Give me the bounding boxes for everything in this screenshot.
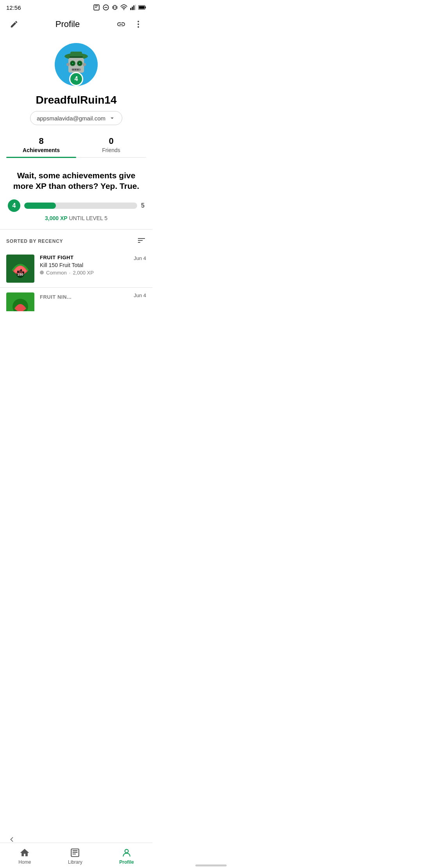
rarity-label: Common [46, 270, 67, 276]
account-selector[interactable]: appsmalavida@gmail.com [30, 111, 122, 125]
signal-icon [130, 4, 136, 11]
svg-rect-16 [70, 56, 83, 58]
progress-row: 4 5 [8, 199, 145, 212]
xp-message: Wait, some achievements give more XP tha… [8, 170, 145, 192]
achievement-game: FRUIT FIGHT [40, 255, 128, 260]
svg-rect-4 [130, 8, 131, 10]
friends-label: Friends [102, 147, 120, 153]
dropdown-icon [109, 115, 116, 122]
level-badge: 4 [69, 72, 83, 86]
sort-icon [137, 236, 146, 245]
svg-rect-6 [133, 5, 134, 10]
svg-point-30 [83, 63, 86, 66]
svg-rect-26 [75, 69, 76, 70]
svg-text:150: 150 [17, 273, 23, 276]
svg-rect-5 [132, 7, 133, 10]
achievement-item[interactable]: 150 FRUIT FIGHT Kill 150 Fruit Total Com… [0, 250, 152, 288]
svg-point-23 [79, 63, 80, 64]
svg-point-29 [66, 63, 70, 66]
svg-rect-25 [72, 69, 74, 70]
donotdisturb-icon [102, 4, 109, 11]
svg-rect-15 [70, 52, 82, 57]
svg-point-13 [138, 26, 139, 28]
achievement-thumb: 150 [6, 255, 34, 283]
edit-button[interactable] [6, 16, 22, 32]
email-text: appsmalavida@gmail.com [37, 115, 106, 122]
until-label: UNTIL LEVEL 5 [69, 215, 107, 221]
achievement-item-partial[interactable]: FRUIT NIN... Jun 4 [0, 288, 152, 311]
separator: · [69, 270, 71, 276]
achievement-date: Jun 4 [134, 255, 146, 261]
achievement-image: 150 [9, 257, 32, 280]
friends-count: 0 [109, 136, 113, 146]
partial-game-text: FRUIT NIN... [40, 292, 72, 300]
current-level: 4 [8, 199, 20, 212]
tab-achievements[interactable]: 8 Achievements [6, 131, 76, 157]
svg-rect-7 [135, 5, 136, 10]
notification-icon [93, 4, 100, 11]
xp-needed: 3,000 XP [45, 215, 68, 221]
achievements-label: Achievements [23, 147, 60, 153]
status-bar: 12:56 [0, 0, 152, 13]
tab-friends[interactable]: 0 Friends [76, 131, 146, 157]
vibrate-icon [112, 4, 118, 11]
more-icon [134, 20, 143, 29]
svg-rect-2 [114, 5, 116, 10]
progress-bar-bg [24, 203, 137, 209]
sort-button[interactable] [137, 236, 146, 247]
achievement-thumb-partial [6, 292, 34, 311]
edit-icon [10, 20, 18, 29]
status-icons [93, 4, 146, 11]
rarity-dot [40, 271, 44, 274]
partial-date: Jun 4 [134, 292, 146, 298]
tab-indicator [6, 157, 76, 158]
svg-rect-9 [145, 7, 146, 8]
link-icon [116, 20, 126, 29]
profile-section: 4 DreadfulRuin14 appsmalavida@gmail.com … [0, 37, 152, 161]
more-button[interactable] [131, 16, 146, 32]
achievement-meta: Common · 2,000 XP [40, 270, 128, 276]
achievement-name: Kill 150 Fruit Total [40, 262, 128, 268]
achievement-info: FRUIT FIGHT Kill 150 Fruit Total Common … [40, 255, 128, 276]
svg-point-12 [138, 23, 139, 25]
battery-icon [138, 5, 146, 10]
avatar-container: 4 [55, 43, 98, 86]
app-bar: Profile [0, 13, 152, 37]
svg-point-20 [72, 63, 73, 64]
xp-label: 3,000 XP UNTIL LEVEL 5 [8, 215, 145, 221]
achievement-image-2 [9, 295, 32, 311]
svg-rect-10 [139, 6, 144, 9]
next-level: 5 [141, 202, 145, 209]
wifi-icon [120, 4, 127, 11]
link-button[interactable] [113, 16, 129, 32]
sorted-section: SORTED BY RECENCY [0, 230, 152, 250]
xp-section: Wait, some achievements give more XP tha… [0, 161, 152, 230]
xp-value: 2,000 XP [73, 270, 94, 276]
achievements-count: 8 [39, 136, 43, 146]
page-title: Profile [55, 19, 80, 29]
svg-rect-27 [77, 69, 79, 70]
svg-point-3 [123, 9, 124, 10]
status-time: 12:56 [6, 4, 21, 11]
progress-bar-fill [24, 203, 56, 209]
svg-point-11 [138, 21, 139, 22]
app-bar-actions [113, 16, 146, 32]
username: DreadfulRuin14 [36, 94, 117, 106]
sorted-label: SORTED BY RECENCY [6, 239, 63, 244]
tabs-container: 8 Achievements 0 Friends [6, 131, 146, 158]
